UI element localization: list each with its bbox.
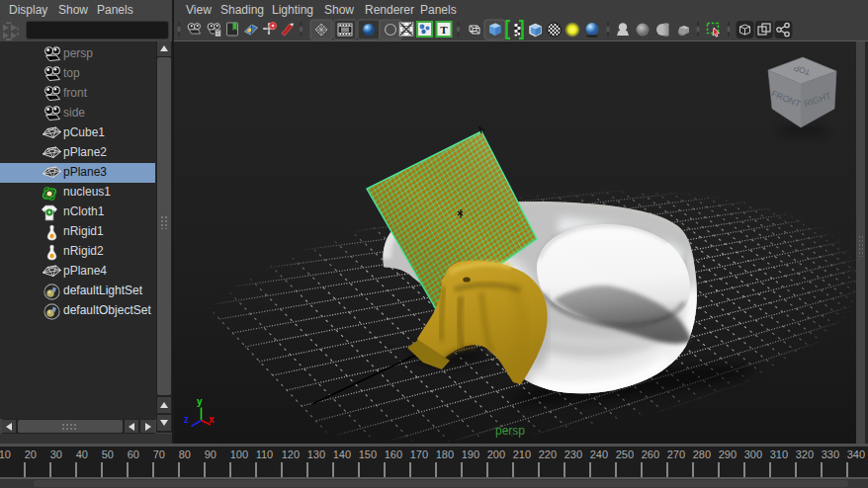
svg-text:y: y: [197, 396, 203, 407]
svg-text:z: z: [184, 414, 189, 425]
svg-text:persp: persp: [495, 424, 525, 438]
svg-text:x: x: [209, 414, 215, 425]
svg-text:T: T: [440, 24, 448, 36]
